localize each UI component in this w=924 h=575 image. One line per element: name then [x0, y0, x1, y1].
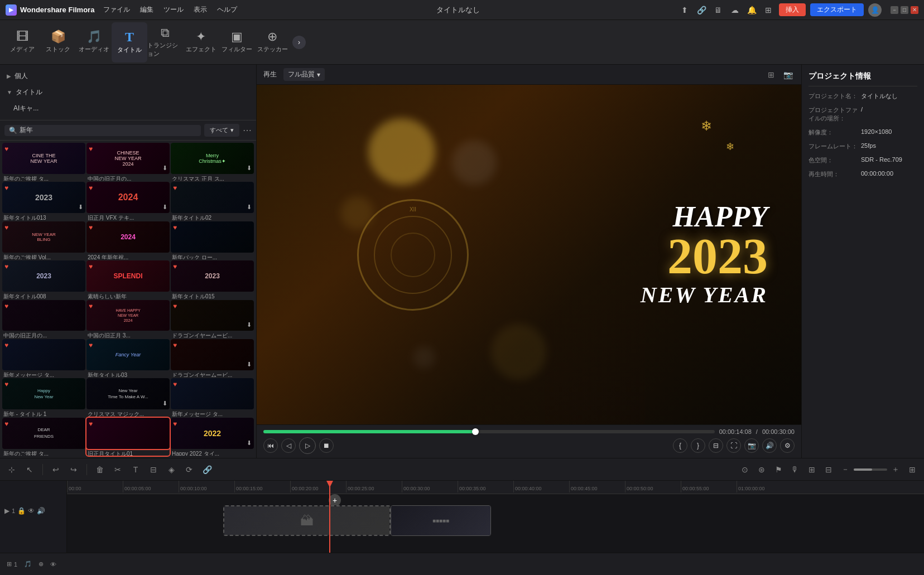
more-options-button[interactable]: ⊞ [905, 462, 920, 477]
audio-mute-icon[interactable]: 🔊 [37, 507, 45, 515]
audio-track-item[interactable]: 🎵 [24, 560, 32, 568]
split-button[interactable]: ✂ [110, 462, 125, 477]
list-item[interactable]: ♥ 2023 新年タイトル015 [171, 260, 254, 298]
menu-tools[interactable]: ツール [163, 5, 184, 15]
zoom-out-button[interactable]: － [838, 462, 853, 477]
select-tool-button[interactable]: ⊹ [4, 462, 19, 477]
stop-button[interactable]: ⏹ [319, 438, 334, 453]
list-item[interactable]: ♥ 2024 ⬇ 旧正月 VFX テキ... [86, 182, 170, 220]
preview-snapshot-icon[interactable]: 📷 [781, 68, 795, 81]
share-icon[interactable]: 🔗 [695, 4, 708, 16]
more-options-button[interactable]: ⋯ [243, 125, 252, 136]
skip-back-button[interactable]: ⏮ [263, 438, 278, 453]
tool-transition[interactable]: ⧉ トランジション [147, 22, 183, 62]
speed-button[interactable]: ⟳ [182, 462, 196, 477]
list-item[interactable]: ♥ CHINESENEW YEAR2024 ⬇ 中国の旧正月の... [86, 143, 170, 181]
tool-stock[interactable]: 📦 ストック [40, 22, 76, 62]
keyframe-button[interactable]: ◈ [164, 462, 179, 477]
minimize-button[interactable]: － [891, 6, 898, 14]
redo-button[interactable]: ↪ [66, 462, 81, 477]
list-item[interactable]: ♥ 新年メッセージ タ... [2, 339, 85, 377]
insert-button[interactable]: 挿入 [779, 3, 806, 16]
tool-media[interactable]: 🎞 メディア [4, 22, 40, 62]
list-item[interactable]: ♥ 2024 2024 年新年祝... [86, 221, 170, 259]
list-item[interactable]: ♥ DEARFRIENDS 新年のご挨拶 タ... [2, 418, 85, 456]
list-item[interactable]: ♥ 新年バック ロー... [171, 221, 254, 259]
list-item[interactable]: ♥ SPLENDI 素晴らしい新年 [86, 260, 170, 298]
edit-tool-button[interactable]: ↖ [22, 462, 37, 477]
sidebar-item-personal[interactable]: ▶ 個人 [2, 69, 254, 83]
list-item[interactable]: ♥ 2023 新年タイトル008 [2, 260, 85, 298]
clip-options-button[interactable]: ⊟ [709, 438, 723, 453]
list-item[interactable]: ♥ 中国の旧正月の... [2, 300, 85, 338]
marker-button[interactable]: ⚑ [771, 462, 786, 477]
progress-bar[interactable] [263, 430, 715, 433]
maximize-button[interactable]: □ [901, 6, 908, 14]
list-item[interactable]: ♥ HAVE HAPPYNEW YEAR2024 中国の旧正月 3... [86, 300, 170, 338]
voice-item[interactable]: ⊕ [38, 560, 44, 568]
menu-view[interactable]: 表示 [194, 5, 207, 15]
mark-in-button[interactable]: { [673, 438, 687, 453]
zoom-in-button[interactable]: ＋ [888, 462, 903, 477]
tool-sticker[interactable]: ⊕ ステッカー [254, 22, 290, 62]
magnet-button[interactable]: ⊛ [754, 462, 769, 477]
eye-icon[interactable]: 👁 [28, 507, 35, 515]
zoom-slider[interactable] [854, 468, 887, 471]
user-avatar[interactable]: 👤 [868, 3, 882, 17]
preview-fit-icon[interactable]: ⊞ [764, 68, 778, 81]
sidebar-item-ai[interactable]: AIキャ... [2, 102, 254, 115]
play-button[interactable]: ▷ [299, 437, 316, 454]
bell-icon[interactable]: 🔔 [745, 4, 758, 16]
list-item[interactable]: ♥ ⬇ ドラゴンイヤームービ... [171, 300, 254, 338]
add-clip-button[interactable]: + [329, 494, 341, 506]
text-button[interactable]: T [128, 462, 143, 477]
list-item[interactable]: ♥ 2022 ⬇ Happy 2022 タイ... [171, 418, 254, 456]
snapshot-button[interactable]: 📷 [744, 438, 759, 453]
link-button[interactable]: 🔗 [200, 462, 214, 477]
delete-button[interactable]: 🗑 [93, 462, 107, 477]
tool-effect[interactable]: ✦ エフェクト [183, 22, 219, 62]
menu-edit[interactable]: 編集 [140, 5, 153, 15]
filter-button[interactable]: すべて ▾ [204, 124, 239, 137]
sidebar-item-title[interactable]: ▼ タイトル [2, 85, 254, 99]
list-item[interactable]: ♥ NEW YEARBLING 新年のご挨拶 Vol... [2, 221, 85, 259]
ripple-button[interactable]: ⊙ [738, 462, 752, 477]
lock-icon[interactable]: 🔒 [17, 507, 26, 515]
frame-back-button[interactable]: ◁ [281, 438, 296, 453]
tool-audio[interactable]: 🎵 オーディオ [76, 22, 112, 62]
list-item[interactable]: New YearTime To Make A W... ⬇ クリスマス マジック… [86, 378, 170, 416]
list-item[interactable]: ♥ ⬇ ドラゴンイヤームービ... [171, 339, 254, 377]
mark-out-button[interactable]: } [691, 438, 705, 453]
menu-help[interactable]: ヘルプ [217, 5, 237, 15]
grid-icon[interactable]: ⊞ [762, 4, 774, 16]
audio-tool-button[interactable]: 🎙 [788, 462, 802, 477]
cloud-icon[interactable]: ☁ [729, 4, 741, 16]
fullscreen-button[interactable]: ⛶ [726, 438, 741, 453]
list-item[interactable]: ♥ Fancy Year 新年タイトル03 [86, 339, 170, 377]
timeline-clip[interactable]: ■■■■■ [391, 505, 491, 536]
list-item[interactable]: ♥ ⬇ 新年タイトル02 [171, 182, 254, 220]
visibility-item[interactable]: 👁 [50, 561, 56, 568]
list-item[interactable]: ♥ HappyNew Year 新年 - タイトル 1 [2, 378, 85, 416]
menu-file[interactable]: ファイル [103, 5, 130, 15]
list-item[interactable]: ♥ 2023 ⬇ 新年タイトル013 [2, 182, 85, 220]
list-item[interactable]: ♥ 旧正月タイトル01 [86, 418, 170, 456]
quality-selector[interactable]: フル品質 ▾ [283, 68, 325, 81]
close-button[interactable]: ✕ [911, 6, 918, 14]
clip-placeholder[interactable]: 🏔 [223, 505, 391, 536]
list-item[interactable]: MerryChristmas✦ ⬇ クリスマス 正月 ス... [171, 143, 254, 181]
list-item[interactable]: ♥ 新年メッセージ タ... [171, 378, 254, 416]
audio-button[interactable]: 🔊 [762, 438, 777, 453]
nav-icon[interactable]: ⬆ [678, 4, 691, 16]
monitor-icon[interactable]: 🖥 [712, 4, 724, 16]
settings-button[interactable]: ⚙ [780, 438, 795, 453]
undo-button[interactable]: ↩ [49, 462, 63, 477]
export-button[interactable]: エクスポート [810, 3, 864, 16]
tool-filter[interactable]: ▣ フィルター [219, 22, 254, 62]
crop-button[interactable]: ⊟ [146, 462, 161, 477]
search-input[interactable] [20, 127, 196, 134]
toolbar-more-button[interactable]: › [292, 36, 306, 49]
render-button[interactable]: ⊟ [821, 462, 836, 477]
list-item[interactable]: ♥ CINE THENEW YEAR 新年のご挨拶 タ... [2, 143, 85, 181]
tool-title[interactable]: T タイトル [112, 22, 147, 62]
